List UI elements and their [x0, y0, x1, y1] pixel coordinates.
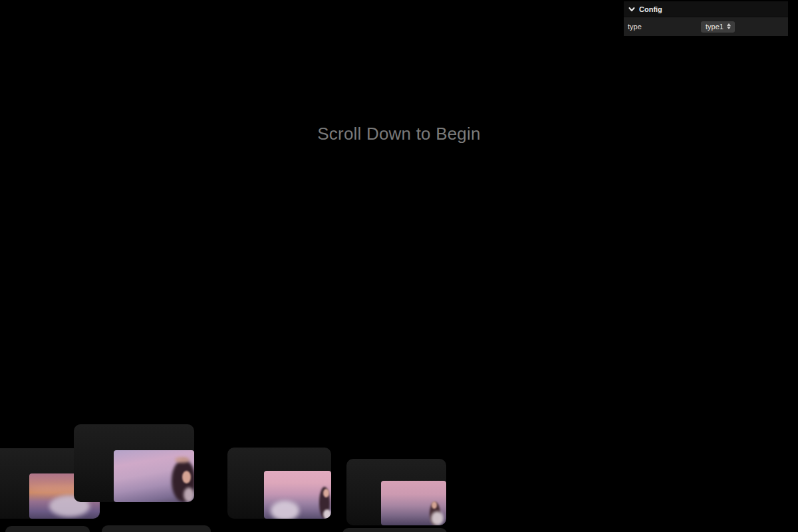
type-select-value: type1	[706, 23, 724, 31]
type-select[interactable]: type1	[701, 21, 735, 33]
dress-shape	[323, 509, 331, 519]
gallery-card-next-1[interactable]	[5, 526, 90, 532]
gallery-card-next-3[interactable]	[342, 528, 447, 532]
dress-shape	[431, 511, 444, 525]
gallery-card-3[interactable]	[227, 448, 331, 519]
card-photo	[114, 450, 194, 502]
type-label: type	[628, 23, 701, 31]
chevron-down-icon	[628, 6, 635, 13]
config-panel: Config type type1	[624, 1, 788, 36]
gallery-card-next-2[interactable]	[102, 525, 211, 532]
config-panel-header[interactable]: Config	[624, 1, 788, 17]
select-updown-icon	[727, 23, 731, 29]
type-widget-area: type1	[701, 21, 784, 33]
config-panel-title: Config	[639, 5, 662, 13]
gallery-card-2[interactable]	[74, 424, 194, 502]
hero-text: Scroll Down to Begin	[0, 124, 798, 144]
dress-shape	[184, 487, 194, 502]
page: Scroll Down to Begin Config type type1	[0, 0, 798, 532]
face-shape	[182, 471, 191, 483]
config-row-type: type type1	[624, 17, 788, 36]
card-photo	[381, 481, 446, 525]
face-shape	[432, 501, 437, 509]
gallery-card-4[interactable]	[346, 459, 446, 525]
card-photo	[264, 471, 331, 519]
white-figure-shape	[271, 501, 299, 519]
